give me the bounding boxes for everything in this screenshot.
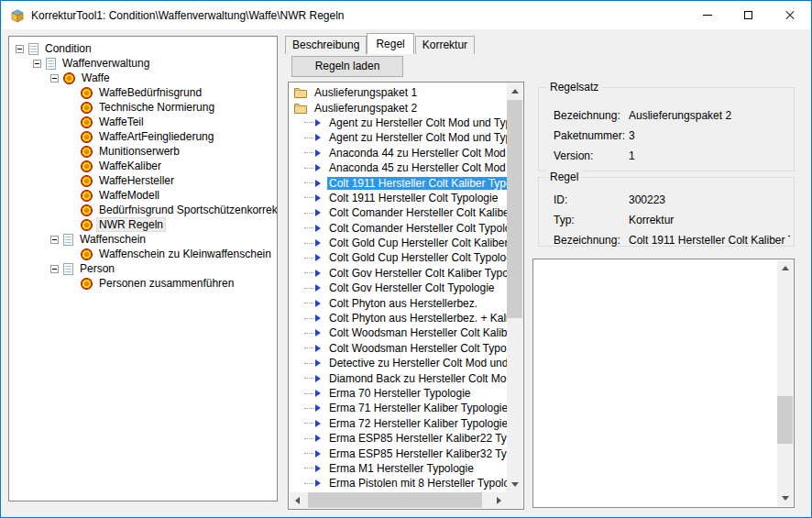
- expand-collapse-toggle[interactable]: [16, 45, 24, 53]
- rule-list-item[interactable]: Erma ESP85 Hersteller Kaliber32 Typologi: [290, 446, 507, 460]
- target-icon: [81, 204, 93, 216]
- scroll-left-arrow-icon[interactable]: [290, 492, 305, 508]
- tree-item[interactable]: Condition: [9, 41, 277, 56]
- rule-list-item[interactable]: Colt Phyton aus Herstellerbez.: [290, 295, 507, 310]
- expand-collapse-toggle[interactable]: [68, 133, 76, 141]
- rule-list-item[interactable]: Colt Gold Cup Hersteller Colt Typologie: [290, 250, 507, 265]
- tab-beschreibung[interactable]: Beschreibung: [285, 36, 367, 54]
- rule-list-item[interactable]: Diamond Back zu Hersteller Colt Mod und: [290, 370, 507, 385]
- rule-list-item[interactable]: Erma Pistolen mit 8 Hersteller Typologie: [290, 476, 507, 490]
- expand-collapse-toggle[interactable]: [68, 162, 76, 171]
- close-button[interactable]: [769, 1, 810, 29]
- rule-list-item[interactable]: Colt Comander Hersteller Colt Kaliber Ty…: [290, 205, 507, 220]
- scrollbar-thumb[interactable]: [777, 396, 793, 444]
- scroll-up-arrow-icon[interactable]: [777, 260, 793, 276]
- tree-item[interactable]: WaffeHersteller: [9, 173, 277, 188]
- expand-collapse-toggle[interactable]: [68, 89, 76, 97]
- rule-list-item[interactable]: Colt Gov Hersteller Colt Typologie: [290, 281, 507, 295]
- tab-regel[interactable]: Regel: [367, 33, 413, 54]
- rule-list-item[interactable]: Colt Woodsman Hersteller Colt Typologie: [290, 341, 507, 356]
- rule-list-item[interactable]: Erma ESP85 Hersteller Kaliber22 Typologi: [290, 431, 507, 446]
- tree-item-label: WaffeKaliber: [97, 160, 163, 172]
- field-value: 300223: [629, 193, 790, 207]
- folder-icon: [294, 87, 307, 98]
- expand-collapse-toggle[interactable]: [68, 192, 76, 200]
- rule-list-item[interactable]: Colt Gold Cup Hersteller Colt Kaliber Ty…: [290, 236, 507, 250]
- tree-item[interactable]: Personen zusammenführen: [9, 276, 277, 291]
- tree-connector: [304, 303, 313, 303]
- rule-bullet-icon: [315, 164, 321, 171]
- rule-list-item[interactable]: Anaconda 44 zu Hersteller Colt Mod und T: [290, 146, 507, 160]
- rule-bullet-icon: [315, 225, 321, 232]
- rule-list-item[interactable]: Colt Comander Hersteller Colt Typologie: [290, 221, 507, 236]
- rule-list-item-label: Colt Gov Hersteller Colt Kaliber Typolog…: [327, 267, 507, 280]
- tree-item-label: Condition: [43, 42, 93, 55]
- rule-list-horizontal-scrollbar[interactable]: [290, 492, 507, 508]
- expand-collapse-toggle[interactable]: [68, 280, 76, 288]
- expand-collapse-toggle[interactable]: [68, 148, 76, 156]
- tree-item[interactable]: Waffe: [9, 71, 277, 85]
- tree-item[interactable]: Munitionserwerb: [9, 144, 277, 159]
- tree-item[interactable]: NWR Regeln: [9, 217, 277, 232]
- rule-list-item[interactable]: Erma M1 Hersteller Typologie: [290, 461, 507, 476]
- tree-item[interactable]: WaffeKaliber: [9, 159, 277, 173]
- tree-item[interactable]: Waffenschein zu Kleinwaffenschein: [9, 247, 277, 261]
- regel-row: Bezeichnung: Colt 1911 Hersteller Colt K…: [554, 233, 790, 248]
- scrollbar-thumb[interactable]: [507, 100, 522, 318]
- rule-list-item[interactable]: Agent zu Hersteller Colt Mod und Typolog: [290, 130, 507, 145]
- expand-collapse-toggle[interactable]: [50, 265, 59, 273]
- expand-collapse-toggle[interactable]: [33, 60, 41, 68]
- rule-list-item[interactable]: Erma 70 Hersteller Typologie: [290, 386, 507, 401]
- expand-collapse-toggle[interactable]: [68, 250, 76, 259]
- tree-item[interactable]: Waffenverwaltung: [9, 56, 277, 71]
- field-value: Auslieferungspaket 2: [629, 108, 790, 123]
- tree-item[interactable]: Waffenschein: [9, 232, 277, 247]
- tree-connector: [304, 243, 313, 244]
- expand-collapse-toggle[interactable]: [68, 221, 76, 229]
- tree-item[interactable]: WaffeArtFeingliederung: [9, 129, 277, 144]
- tree-item[interactable]: WaffeTeil: [9, 115, 277, 129]
- tree-item[interactable]: Technische Normierung: [9, 100, 277, 115]
- scroll-down-arrow-icon[interactable]: [777, 490, 793, 506]
- rule-text-viewer[interactable]: [532, 259, 795, 508]
- rule-bullet-icon: [315, 345, 321, 352]
- rule-list-item[interactable]: Colt 1911 Hersteller Colt Kaliber Typolo…: [290, 175, 507, 190]
- tab-korrektur[interactable]: Korrektur: [415, 36, 475, 54]
- rule-list-item[interactable]: Anaconda 45 zu Hersteller Colt Mod und T: [290, 160, 507, 175]
- rule-list-item[interactable]: Agent zu Hersteller Colt Mod und Typolog: [290, 116, 507, 130]
- rule-list[interactable]: Auslieferungspaket 1 Auslieferungspaket …: [290, 83, 507, 492]
- tree-item[interactable]: Person: [9, 261, 277, 276]
- tab-strip: Beschreibung Regel Korrektur: [285, 33, 476, 54]
- rule-list-item[interactable]: Auslieferungspaket 1: [290, 85, 507, 100]
- minimize-button[interactable]: [686, 1, 728, 29]
- tree-item[interactable]: WaffeModell: [9, 188, 277, 203]
- rule-list-item-label: Colt 1911 Hersteller Colt Kaliber Typolo…: [327, 177, 507, 190]
- rule-list-vertical-scrollbar[interactable]: [507, 83, 522, 492]
- scroll-down-arrow-icon[interactable]: [507, 477, 522, 492]
- rule-list-item[interactable]: Auslieferungspaket 2: [290, 100, 507, 115]
- expand-collapse-toggle[interactable]: [68, 118, 76, 127]
- rule-text-vertical-scrollbar[interactable]: [777, 260, 793, 506]
- expand-collapse-toggle[interactable]: [50, 236, 59, 244]
- rule-list-item[interactable]: Colt Phyton aus Herstellerbez. + Kaliber: [290, 311, 507, 325]
- rule-list-item[interactable]: Colt Gov Hersteller Colt Kaliber Typolog…: [290, 266, 507, 281]
- scroll-right-arrow-icon[interactable]: [491, 492, 507, 508]
- scroll-up-arrow-icon[interactable]: [507, 83, 522, 99]
- maximize-button[interactable]: [728, 1, 769, 29]
- expand-collapse-toggle[interactable]: [68, 177, 76, 185]
- tree-item[interactable]: Bedürfnisgrund Sportschützenkorrektur: [9, 203, 277, 217]
- rule-bullet-icon: [315, 149, 321, 157]
- expand-collapse-toggle[interactable]: [68, 104, 76, 112]
- rule-list-item[interactable]: Erma 72 Hersteller Kaliber Typologie: [290, 416, 507, 431]
- rule-list-item[interactable]: Colt Woodsman Hersteller Colt Kaliber Ty: [290, 325, 507, 340]
- field-label: Version:: [554, 149, 593, 163]
- rule-list-item[interactable]: Erma 71 Hersteller Kaliber Typologie: [290, 401, 507, 415]
- rule-list-item[interactable]: Detective zu Hersteller Colt Mod und Typ: [290, 356, 507, 370]
- condition-tree[interactable]: Condition Waffenverwaltung Waffe WaffeBe…: [8, 36, 278, 501]
- expand-collapse-toggle[interactable]: [50, 74, 59, 83]
- expand-collapse-toggle[interactable]: [68, 206, 76, 215]
- scrollbar-thumb[interactable]: [308, 492, 482, 508]
- regeln-laden-button[interactable]: Regeln laden: [291, 56, 403, 77]
- rule-list-item[interactable]: Colt 1911 Hersteller Colt Typologie: [290, 191, 507, 205]
- tree-item[interactable]: WaffeBedürfnisgrund: [9, 85, 277, 100]
